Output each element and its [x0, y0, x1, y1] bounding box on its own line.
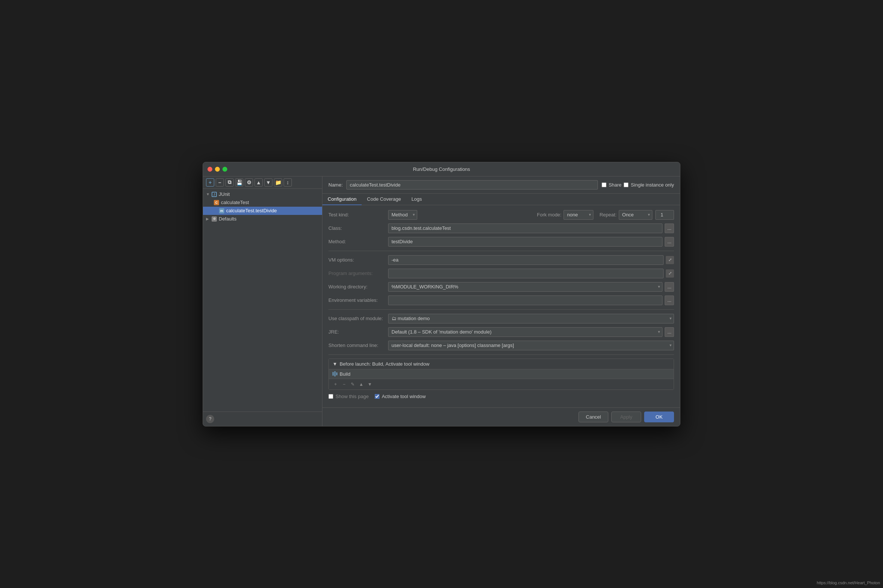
- tab-code-coverage[interactable]: Code Coverage: [362, 194, 406, 205]
- classpath-row: Use classpath of module: 🗂 mutation demo: [329, 314, 674, 324]
- window-title: Run/Debug Configurations: [413, 166, 470, 172]
- method-input[interactable]: [388, 237, 662, 247]
- activate-window-area: Activate tool window: [375, 394, 426, 399]
- before-launch-build-item: Build: [329, 369, 674, 379]
- minimize-button[interactable]: [215, 167, 220, 172]
- before-launch-label: Before launch: Build, Activate tool wind…: [339, 361, 429, 367]
- classpath-select[interactable]: 🗂 mutation demo: [388, 314, 674, 324]
- add-config-button[interactable]: +: [206, 178, 214, 186]
- folder-button[interactable]: 📁: [274, 178, 282, 186]
- working-dir-row: Working directory: %MODULE_WORKING_DIR% …: [329, 282, 674, 292]
- repeat-select-wrapper: Once: [619, 210, 652, 220]
- help-button[interactable]: ?: [206, 415, 214, 423]
- tree-item-calculate-test[interactable]: C calculateTest: [203, 198, 322, 207]
- sort-button[interactable]: ↕: [284, 178, 292, 186]
- copy-config-button[interactable]: ⧉: [225, 178, 234, 186]
- before-launch-header[interactable]: ▼ Before launch: Build, Activate tool wi…: [329, 359, 674, 369]
- test-kind-row: Test kind: Method Fork mode: none: [329, 210, 674, 220]
- before-launch-down-button[interactable]: ▼: [366, 381, 374, 388]
- share-checkbox[interactable]: [602, 183, 607, 187]
- save-config-button[interactable]: 💾: [235, 178, 243, 186]
- remove-config-button[interactable]: –: [216, 178, 224, 186]
- class-input[interactable]: [388, 224, 662, 233]
- jre-select-wrapper: Default (1.8 – SDK of 'mutation demo' mo…: [388, 327, 662, 337]
- show-page-checkbox[interactable]: [329, 394, 333, 399]
- config-tree: ▼ JUnit C calculateTest m: [203, 189, 322, 411]
- single-instance-label: Single instance only: [631, 182, 674, 188]
- fork-mode-label: Fork mode:: [537, 212, 562, 218]
- vm-options-input[interactable]: [388, 255, 664, 265]
- left-panel: + – ⧉ 💾 ⚙ ▲ ▼ 📁 ↕ ▼ JUnit: [203, 177, 323, 426]
- test-kind-select-wrapper: Method: [388, 210, 417, 220]
- class-browse-button[interactable]: ...: [665, 224, 674, 233]
- classpath-field: 🗂 mutation demo: [388, 314, 674, 324]
- move-up-button[interactable]: ▲: [255, 178, 263, 186]
- apply-button[interactable]: Apply: [611, 411, 641, 422]
- help-area: ?: [203, 411, 322, 426]
- program-args-label: Program arguments:: [329, 270, 388, 276]
- junit-icon: [211, 191, 217, 197]
- test-kind-select[interactable]: Method: [388, 210, 417, 220]
- calculate-test-divide-label: calculateTest.testDivide: [226, 208, 277, 213]
- calculate-test-label: calculateTest: [221, 200, 249, 205]
- shorten-cmd-select-wrapper: user-local default: none – java [options…: [388, 340, 674, 350]
- vm-options-expand-button[interactable]: ⤢: [666, 256, 674, 264]
- jre-select[interactable]: Default (1.8 – SDK of 'mutation demo' mo…: [388, 327, 662, 337]
- tree-item-calculate-test-divide[interactable]: m calculateTest.testDivide: [203, 207, 322, 215]
- repeat-select[interactable]: Once: [619, 210, 652, 220]
- share-label: Share: [609, 182, 622, 188]
- show-page-row: Show this page Activate tool window: [329, 390, 674, 403]
- test-kind-field: Method: [388, 210, 463, 220]
- separator-3: [329, 354, 674, 355]
- vm-options-row: VM options: ⤢: [329, 255, 674, 265]
- before-launch-remove-button[interactable]: −: [340, 381, 348, 388]
- before-launch-add-button[interactable]: +: [332, 381, 339, 388]
- before-launch-toolbar: + − ✎ ▲ ▼: [329, 379, 674, 390]
- before-launch-up-button[interactable]: ▲: [357, 381, 365, 388]
- working-dir-label: Working directory:: [329, 284, 388, 290]
- defaults-label: Defaults: [219, 216, 237, 222]
- env-vars-browse-button[interactable]: ...: [665, 296, 674, 305]
- single-instance-checkbox[interactable]: [624, 183, 628, 187]
- name-label: Name:: [329, 182, 342, 188]
- activate-window-checkbox[interactable]: [375, 394, 380, 399]
- title-bar: Run/Debug Configurations: [203, 162, 680, 177]
- fork-mode-select[interactable]: none: [563, 210, 593, 220]
- program-args-expand-button[interactable]: ⤢: [666, 269, 674, 278]
- tab-logs[interactable]: Logs: [406, 194, 427, 205]
- junit-label: JUnit: [219, 191, 230, 197]
- jre-label: JRE:: [329, 329, 388, 334]
- working-dir-browse-button[interactable]: ...: [665, 282, 674, 292]
- defaults-arrow-icon: ▶: [206, 217, 211, 221]
- close-button[interactable]: [207, 167, 212, 172]
- before-launch-edit-button[interactable]: ✎: [349, 381, 356, 388]
- tab-configuration[interactable]: Configuration: [323, 194, 362, 205]
- settings-button[interactable]: ⚙: [245, 178, 253, 186]
- shorten-cmd-select[interactable]: user-local default: none – java [options…: [388, 340, 674, 350]
- maximize-button[interactable]: [222, 167, 227, 172]
- watermark: https://blog.csdn.net/Heart_Photon: [817, 580, 880, 585]
- repeat-count-input[interactable]: [655, 210, 674, 220]
- class-icon: C: [213, 200, 219, 206]
- method-browse-button[interactable]: ...: [665, 237, 674, 247]
- env-vars-label: Environment variables:: [329, 297, 388, 303]
- arrow-icon: ▼: [206, 192, 211, 196]
- ok-button[interactable]: OK: [644, 411, 674, 422]
- jre-browse-button[interactable]: ...: [665, 327, 674, 337]
- left-toolbar: + – ⧉ 💾 ⚙ ▲ ▼ 📁 ↕: [203, 177, 322, 189]
- cancel-button[interactable]: Cancel: [578, 411, 608, 422]
- tree-item-junit[interactable]: ▼ JUnit: [203, 190, 322, 198]
- tree-item-defaults[interactable]: ▶ ⚙ Defaults: [203, 215, 322, 223]
- program-args-input[interactable]: [388, 268, 664, 278]
- vm-options-label: VM options:: [329, 257, 388, 262]
- name-input[interactable]: [346, 180, 598, 189]
- method-icon: m: [219, 208, 225, 214]
- working-dir-select[interactable]: %MODULE_WORKING_DIR%: [388, 282, 662, 292]
- move-down-button[interactable]: ▼: [264, 178, 272, 186]
- before-launch-arrow: ▼: [332, 361, 337, 367]
- separator-1: [329, 251, 674, 251]
- separator-2: [329, 309, 674, 310]
- classpath-label: Use classpath of module:: [329, 316, 388, 321]
- shorten-cmd-field: user-local default: none – java [options…: [388, 340, 674, 350]
- env-vars-input[interactable]: [388, 296, 662, 305]
